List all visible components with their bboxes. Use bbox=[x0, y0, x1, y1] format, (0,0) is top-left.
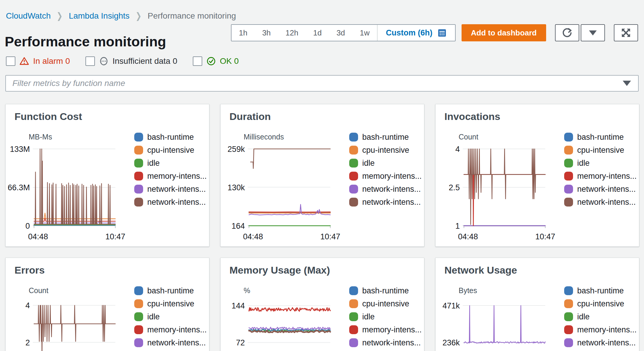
legend-item-3[interactable]: memory-intens... bbox=[564, 172, 637, 181]
chart-title: Errors bbox=[14, 264, 45, 276]
time-range-1w[interactable]: 1w bbox=[352, 25, 377, 41]
legend-item-0[interactable]: bash-runtime bbox=[564, 286, 637, 295]
in-alarm-checkbox[interactable] bbox=[6, 56, 15, 66]
legend-item-2[interactable]: idle bbox=[564, 312, 637, 321]
legend-item-2[interactable]: idle bbox=[134, 312, 207, 321]
svg-text:72: 72 bbox=[236, 338, 245, 347]
svg-text:4: 4 bbox=[455, 145, 460, 154]
legend-swatch bbox=[564, 133, 573, 142]
legend-item-5[interactable]: network-intens... bbox=[564, 198, 637, 207]
legend-label: bash-runtime bbox=[362, 286, 409, 295]
legend-item-4[interactable]: network-intens... bbox=[134, 185, 207, 194]
legend-item-4[interactable]: network-intens... bbox=[349, 185, 422, 194]
legend-item-2[interactable]: idle bbox=[134, 159, 207, 168]
legend-swatch bbox=[349, 198, 358, 207]
svg-text:259k: 259k bbox=[227, 145, 245, 154]
legend-swatch bbox=[349, 338, 358, 347]
legend-item-2[interactable]: idle bbox=[349, 159, 422, 168]
legend-label: cpu-intensive bbox=[147, 299, 194, 308]
legend-item-0[interactable]: bash-runtime bbox=[564, 133, 637, 142]
legend-swatch bbox=[349, 286, 358, 295]
legend-label: memory-intens... bbox=[147, 172, 207, 181]
legend-swatch bbox=[349, 172, 358, 181]
in-alarm-label: In alarm 0 bbox=[33, 56, 70, 66]
legend-label: memory-intens... bbox=[147, 325, 207, 334]
legend-item-3[interactable]: memory-intens... bbox=[134, 172, 207, 181]
time-range-12h[interactable]: 12h bbox=[278, 25, 306, 41]
legend-item-1[interactable]: cpu-intensive bbox=[349, 299, 422, 308]
legend-item-4[interactable]: network-intens... bbox=[349, 338, 422, 347]
page-title: Performance monitoring bbox=[5, 33, 166, 50]
legend-item-4[interactable]: network-intens... bbox=[134, 338, 207, 347]
legend-swatch bbox=[564, 198, 573, 207]
legend-swatch bbox=[134, 172, 143, 181]
legend-item-4[interactable]: network-intens... bbox=[564, 185, 637, 194]
memory-usage-chart: 14472004:4810:47 bbox=[228, 295, 352, 351]
card-network-usage: Network Usage Bytes 471k236k04:4810:47 b… bbox=[435, 258, 639, 351]
insufficient-data-label: Insufficient data 0 bbox=[113, 56, 177, 66]
chart-legend: bash-runtimecpu-intensiveidlememory-inte… bbox=[134, 133, 207, 207]
fullscreen-button[interactable] bbox=[614, 24, 638, 41]
svg-text:2: 2 bbox=[25, 338, 30, 347]
alarm-filter-in-alarm: In alarm 0 bbox=[6, 56, 70, 66]
legend-swatch bbox=[349, 299, 358, 308]
svg-text:10:47: 10:47 bbox=[535, 232, 555, 241]
time-range-1d[interactable]: 1d bbox=[306, 25, 329, 41]
legend-item-3[interactable]: memory-intens... bbox=[564, 325, 637, 334]
add-to-dashboard-button[interactable]: Add to dashboard bbox=[462, 24, 546, 41]
legend-item-1[interactable]: cpu-intensive bbox=[349, 146, 422, 155]
legend-item-0[interactable]: bash-runtime bbox=[349, 133, 422, 142]
ok-checkbox[interactable] bbox=[193, 56, 202, 66]
chart-legend: bash-runtimecpu-intensiveidlememory-inte… bbox=[564, 286, 637, 351]
legend-item-0[interactable]: bash-runtime bbox=[134, 133, 207, 142]
legend-item-0[interactable]: bash-runtime bbox=[349, 286, 422, 295]
legend-item-1[interactable]: cpu-intensive bbox=[134, 146, 207, 155]
card-memory-usage: Memory Usage (Max) % 14472004:4810:47 ba… bbox=[220, 258, 424, 351]
insufficient-data-checkbox[interactable] bbox=[85, 56, 95, 66]
filter-dropdown-icon[interactable] bbox=[623, 81, 631, 86]
legend-item-5[interactable]: network-intens... bbox=[134, 198, 207, 207]
legend-item-2[interactable]: idle bbox=[564, 159, 637, 168]
breadcrumb-lambda-insights[interactable]: Lambda Insights bbox=[69, 11, 130, 21]
legend-swatch bbox=[564, 325, 573, 334]
legend-swatch bbox=[134, 198, 143, 207]
breadcrumb-cloudwatch[interactable]: CloudWatch bbox=[6, 11, 51, 21]
svg-text:471k: 471k bbox=[442, 301, 460, 310]
legend-swatch bbox=[564, 146, 573, 155]
legend-label: idle bbox=[577, 312, 590, 321]
legend-swatch bbox=[349, 146, 358, 155]
legend-item-3[interactable]: memory-intens... bbox=[134, 325, 207, 334]
svg-text:04:48: 04:48 bbox=[458, 232, 478, 241]
legend-item-3[interactable]: memory-intens... bbox=[349, 325, 422, 334]
legend-item-5[interactable]: network-intens... bbox=[349, 198, 422, 207]
alarm-filter-insufficient: Insufficient data 0 bbox=[85, 56, 177, 66]
legend-label: memory-intens... bbox=[577, 172, 637, 181]
svg-text:2.5: 2.5 bbox=[449, 183, 460, 192]
legend-item-1[interactable]: cpu-intensive bbox=[564, 299, 637, 308]
metric-filter-input[interactable] bbox=[6, 79, 623, 88]
legend-swatch bbox=[134, 133, 143, 142]
legend-label: network-intens... bbox=[147, 338, 206, 347]
expand-icon bbox=[619, 26, 632, 39]
toolbar: 1h 3h 12h 1d 3d 1w Custom (6h) Add to da… bbox=[231, 24, 638, 41]
refresh-icon bbox=[561, 26, 574, 39]
refresh-options-button[interactable] bbox=[581, 24, 605, 41]
legend-label: network-intens... bbox=[147, 185, 206, 194]
legend-label: network-intens... bbox=[577, 198, 636, 207]
legend-swatch bbox=[134, 146, 143, 155]
time-range-custom[interactable]: Custom (6h) bbox=[377, 25, 455, 41]
legend-swatch bbox=[134, 185, 143, 194]
chart-unit-label: Milliseconds bbox=[244, 133, 284, 141]
time-range-3d[interactable]: 3d bbox=[329, 25, 352, 41]
legend-swatch bbox=[564, 159, 573, 168]
legend-item-1[interactable]: cpu-intensive bbox=[134, 299, 207, 308]
legend-item-2[interactable]: idle bbox=[349, 312, 422, 321]
legend-item-4[interactable]: network-intens... bbox=[564, 338, 637, 347]
refresh-button[interactable] bbox=[555, 24, 579, 41]
time-range-3h[interactable]: 3h bbox=[255, 25, 278, 41]
legend-label: network-intens... bbox=[362, 198, 421, 207]
legend-item-3[interactable]: memory-intens... bbox=[349, 172, 422, 181]
legend-item-0[interactable]: bash-runtime bbox=[134, 286, 207, 295]
legend-item-1[interactable]: cpu-intensive bbox=[564, 146, 637, 155]
time-range-1h[interactable]: 1h bbox=[232, 25, 255, 41]
